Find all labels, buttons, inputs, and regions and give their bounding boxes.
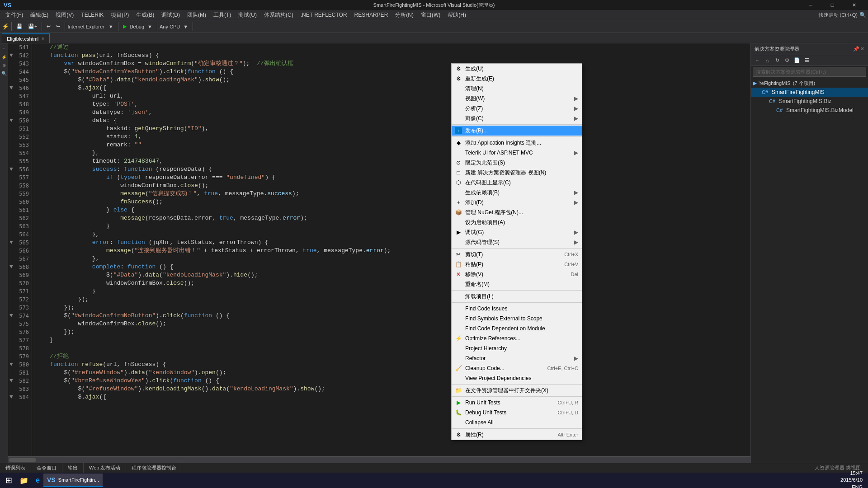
se-properties-button[interactable]: ☰ — [802, 56, 811, 65]
fold-556[interactable]: ▼ — [8, 165, 14, 174]
menu-tools[interactable]: 工具(T) — [210, 10, 235, 20]
left-panel-icon-1[interactable]: ≡ — [0, 45, 8, 52]
fold-565[interactable]: ▼ — [8, 239, 14, 247]
cm-paste[interactable]: 📋 粘贴(P) Ctrl+V — [452, 259, 582, 269]
cm-viewprojdeps[interactable]: View Project Dependencies — [452, 373, 582, 383]
menu-window[interactable]: 窗口(W) — [417, 10, 444, 20]
menu-resharper[interactable]: RESHARPER — [351, 10, 392, 20]
cm-rename[interactable]: 重命名(M) — [452, 279, 582, 289]
horizontal-scrollbar[interactable] — [8, 456, 750, 463]
cm-clean[interactable]: 清理(N) — [452, 84, 582, 94]
bp-tab-output[interactable]: 输出 — [62, 463, 84, 473]
menu-analyze[interactable]: 分析(N) — [392, 10, 417, 20]
toolbar-browser-dropdown[interactable]: ▼ — [106, 21, 116, 32]
maximize-button[interactable]: □ — [822, 0, 843, 10]
cm-buildorder[interactable]: 生成依赖项(B) ▶ — [452, 188, 582, 197]
cm-debug[interactable]: ▶ 调试(G) ▶ — [452, 227, 582, 237]
cm-nuget[interactable]: 📦 管理 NuGet 程序包(N)... — [452, 207, 582, 217]
se-solution-root[interactable]: ▶ 'reFightingMIS' (7 个项目) — [751, 79, 868, 88]
taskbar-file-explorer[interactable]: 📁 — [16, 474, 32, 487]
cm-remove[interactable]: ✕ 移除(V) Del — [452, 269, 582, 279]
bp-tab-command[interactable]: 命令窗口 — [31, 463, 62, 473]
menu-view[interactable]: 视图(V) — [52, 10, 77, 20]
fold-582[interactable]: ▼ — [8, 377, 14, 385]
menu-team[interactable]: 团队(M) — [184, 10, 210, 20]
cm-unload[interactable]: 卸载项目(L) — [452, 291, 582, 301]
se-pin-button[interactable]: 📌 — [853, 46, 859, 52]
toolbar-debug-dropdown[interactable]: ▼ — [145, 21, 155, 32]
cm-rununittests[interactable]: ▶ Run Unit Tests Ctrl+U, R — [452, 398, 582, 408]
se-settings-button[interactable]: ⚙ — [783, 56, 792, 65]
menu-reflector[interactable]: .NET REFLECTOR — [297, 10, 351, 20]
se-show-all-files-button[interactable]: 📄 — [793, 56, 802, 65]
bp-tab-webpublish[interactable]: Web 发布活动 — [84, 463, 126, 473]
toolbar-save-all[interactable]: 💾+ — [26, 21, 39, 32]
menu-project[interactable]: 项目(P) — [107, 10, 132, 20]
cm-refactor[interactable]: Refactor ▶ — [452, 353, 582, 363]
se-home-button[interactable]: ⌂ — [763, 56, 772, 65]
taskbar-vs[interactable]: VS SmartFireFightin... — [43, 474, 103, 487]
se-search-box[interactable]: 搜索解决方案资源管理器(Ctrl+;) — [753, 67, 866, 77]
toolbar-run[interactable]: ▶ — [121, 21, 129, 32]
bp-tab-errors[interactable]: 错误列表 — [0, 463, 31, 473]
fold-550[interactable]: ▼ — [8, 117, 14, 125]
cm-add[interactable]: + 添加(D) ▶ — [452, 197, 582, 207]
se-close-button[interactable]: ✕ — [860, 46, 864, 52]
fold-568[interactable]: ▼ — [8, 263, 14, 271]
menu-telerik[interactable]: TELERIK — [77, 10, 107, 20]
fold-546[interactable]: ▼ — [8, 84, 14, 92]
menu-build[interactable]: 生成(B) — [132, 10, 158, 20]
cm-telerik[interactable]: Telerik UI for ASP.NET MVC ▶ — [452, 148, 582, 158]
menu-help[interactable]: 帮助(H) — [444, 10, 470, 20]
minimize-button[interactable]: ─ — [800, 0, 821, 10]
cm-openinfolder[interactable]: 📁 在文件资源管理器中打开文件夹(X) — [452, 385, 582, 395]
fold-574[interactable]: ▼ — [8, 312, 14, 320]
se-refresh-button[interactable]: ↻ — [773, 56, 782, 65]
cm-showincode[interactable]: ⬡ 在代码图上显示(C) — [452, 178, 582, 188]
cm-newslnview[interactable]: □ 新建 解决方案资源管理器 视图(N) — [452, 168, 582, 178]
menu-arch[interactable]: 体系结构(C) — [260, 10, 297, 20]
cm-view[interactable]: 视图(W) ▶ — [452, 94, 582, 103]
toolbar-save[interactable]: 💾 — [14, 21, 25, 32]
cm-analyze[interactable]: 分析(Z) ▶ — [452, 103, 582, 113]
se-header-controls[interactable]: 📌 ✕ — [853, 46, 864, 52]
window-controls[interactable]: ─ □ ✕ — [800, 0, 864, 10]
cm-build[interactable]: ⚙ 生成(U) — [452, 64, 582, 74]
cm-setscope[interactable]: ⊙ 限定为此范围(S) — [452, 158, 582, 168]
hscroll-thumb[interactable] — [9, 458, 36, 462]
cm-cut[interactable]: ✂ 剪切(T) Ctrl+X — [452, 249, 582, 259]
menu-debug[interactable]: 调试(D) — [158, 10, 184, 20]
fold-544[interactable] — [8, 68, 14, 76]
bp-tab-package[interactable]: 程序包管理器控制台 — [126, 463, 182, 473]
tab-close-button[interactable]: ✕ — [41, 36, 45, 41]
cm-cleanup[interactable]: 🧹 Cleanup Code... Ctrl+E, Ctrl+C — [452, 363, 582, 373]
menu-edit[interactable]: 编辑(E) — [27, 10, 52, 20]
cm-projecthierarchy[interactable]: Project Hierarchy — [452, 343, 582, 353]
code-editor[interactable]: 541 ▼ 542 543 544 545 — [8, 43, 750, 463]
cm-optimizerefs[interactable]: ⚡ Optimize References... — [452, 333, 582, 343]
cm-rebuild[interactable]: ⚙ 重新生成(E) — [452, 74, 582, 84]
fold-541[interactable] — [8, 43, 14, 52]
cm-findcodeissues[interactable]: Find Code Issues — [452, 304, 582, 314]
cm-findsymbols[interactable]: Find Symbols External to Scope — [452, 314, 582, 324]
left-panel-icon-3[interactable]: ⊕ — [0, 61, 8, 69]
code-content[interactable]: 541 ▼ 542 543 544 545 — [8, 43, 750, 456]
tab-eligible-cshtml[interactable]: Eligible.cshtml ✕ — [2, 33, 50, 43]
left-panel-icon-2[interactable]: ⚡ — [0, 53, 8, 61]
se-item-bizmodel[interactable]: C# SmartFightingMIS.BizModel — [751, 106, 868, 115]
cm-setstartup[interactable]: 设为启动项目(A) — [452, 217, 582, 227]
fold-584[interactable]: ▼ — [8, 393, 14, 401]
taskbar-start[interactable]: ⊞ — [2, 474, 16, 487]
cm-collapseall[interactable]: Collapse All — [452, 418, 582, 427]
cm-properties[interactable]: ⚙ 属性(R) Alt+Enter — [452, 430, 582, 440]
taskbar-ie[interactable]: e — [32, 474, 43, 487]
cm-sourcecontrol[interactable]: 源代码管理(S) ▶ — [452, 237, 582, 247]
cm-debugunittests[interactable]: 🐛 Debug Unit Tests Ctrl+U, D — [452, 408, 582, 418]
code-text-area[interactable]: //通过 function pass(url, fnSuccess) { var… — [32, 43, 750, 456]
fold-543[interactable] — [8, 60, 14, 68]
cm-profiler[interactable]: 辩像(C) ▶ — [452, 113, 582, 123]
se-item-smartfirefightingmis[interactable]: C# SmartFireFightingMIS — [751, 88, 868, 97]
cm-appinsights[interactable]: ◆ 添加 Application Insights 遥测... — [452, 138, 582, 148]
menu-test[interactable]: 测试(U) — [235, 10, 260, 20]
close-button[interactable]: ✕ — [844, 0, 864, 10]
